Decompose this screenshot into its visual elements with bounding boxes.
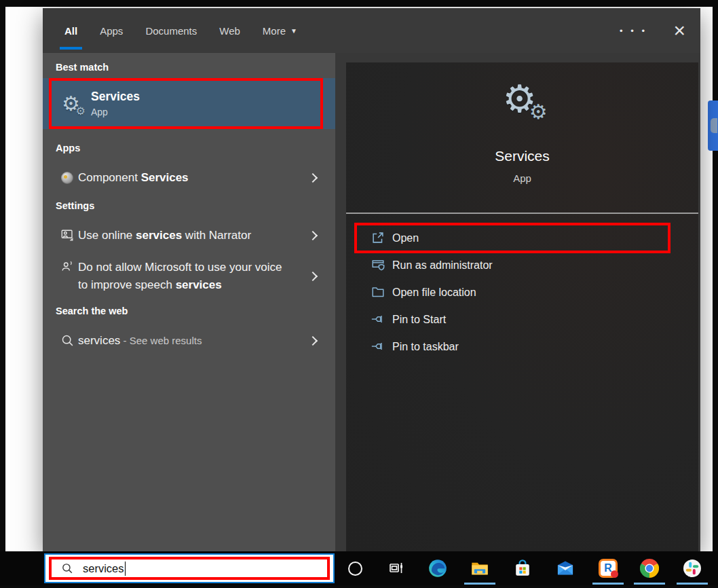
tab-more[interactable]: More ▼ bbox=[263, 8, 297, 53]
running-indicator-rambox bbox=[592, 583, 624, 585]
start-search-window: All Apps Documents Web More ▼ • • • × Be… bbox=[43, 8, 700, 551]
result-component-services[interactable]: Component Services bbox=[43, 163, 335, 193]
slack-icon[interactable] bbox=[683, 559, 702, 578]
task-view-icon[interactable] bbox=[387, 559, 406, 578]
app-title: Services bbox=[346, 148, 698, 164]
search-input-value[interactable]: services bbox=[83, 562, 124, 575]
search-filter-tabbar: All Apps Documents Web More ▼ bbox=[43, 8, 700, 53]
more-options-icon[interactable]: • • • bbox=[620, 8, 647, 53]
preview-panel: ⚙⚙ Services App Open bbox=[346, 62, 698, 551]
best-match-title: Services bbox=[91, 90, 140, 104]
close-icon[interactable]: × bbox=[673, 8, 685, 53]
result-speech-setting[interactable]: Do not allow Microsoft to use your voice… bbox=[43, 257, 335, 296]
open-icon bbox=[371, 230, 387, 246]
search-icon bbox=[60, 333, 75, 348]
preview-pane-gutter: ⚙⚙ Services App Open bbox=[335, 53, 700, 551]
file-explorer-icon[interactable] bbox=[470, 559, 489, 578]
app-hero-section: ⚙⚙ Services App bbox=[346, 62, 698, 214]
services-gear-icon-large: ⚙⚙ bbox=[502, 80, 536, 118]
search-icon bbox=[61, 562, 74, 575]
speech-person-icon bbox=[60, 259, 75, 274]
pin-icon bbox=[371, 312, 387, 328]
action-open[interactable]: Open bbox=[346, 225, 698, 252]
result-web-search[interactable]: services - See web results bbox=[43, 326, 335, 356]
chrome-icon[interactable] bbox=[640, 559, 659, 578]
tab-apps[interactable]: Apps bbox=[100, 8, 123, 53]
component-services-icon bbox=[61, 172, 73, 184]
search-results-pane: Best match ⚙⚙ Services App Apps Componen… bbox=[43, 53, 335, 551]
caret-down-icon: ▼ bbox=[290, 27, 297, 35]
tab-all[interactable]: All bbox=[64, 8, 77, 53]
apps-header: Apps bbox=[56, 143, 80, 153]
action-open-file-location[interactable]: Open file location bbox=[346, 279, 698, 306]
result-narrator-setting[interactable]: Use online services with Narrator bbox=[43, 221, 335, 251]
notification-badge bbox=[611, 570, 618, 578]
search-the-web-header: Search the web bbox=[56, 306, 128, 316]
settings-header: Settings bbox=[56, 200, 94, 211]
desktop-partial-window-content bbox=[711, 118, 717, 133]
annotation-box-search: services bbox=[49, 557, 330, 580]
taskbar: services bbox=[0, 551, 718, 585]
chevron-right-icon bbox=[308, 173, 318, 183]
pin-icon bbox=[371, 339, 387, 355]
best-match-header: Best match bbox=[56, 62, 109, 73]
folder-icon bbox=[371, 284, 387, 301]
tab-documents[interactable]: Documents bbox=[145, 8, 197, 53]
admin-shield-icon bbox=[371, 257, 387, 274]
best-match-subtitle: App bbox=[91, 107, 140, 117]
microsoft-store-icon[interactable] bbox=[513, 559, 532, 578]
action-pin-to-taskbar[interactable]: Pin to taskbar bbox=[346, 333, 698, 361]
app-subtitle: App bbox=[346, 172, 698, 184]
chevron-right-icon bbox=[308, 272, 318, 281]
text-cursor bbox=[125, 562, 126, 576]
narrator-monitor-icon bbox=[60, 228, 75, 243]
running-indicator-slack bbox=[677, 583, 708, 585]
running-indicator-file-explorer bbox=[464, 583, 495, 585]
best-match-item-services[interactable]: ⚙⚙ Services App bbox=[43, 78, 335, 129]
mail-icon[interactable] bbox=[556, 559, 575, 578]
taskbar-search-field[interactable]: services bbox=[44, 553, 335, 583]
services-gear-icon: ⚙⚙ bbox=[62, 94, 80, 114]
action-pin-to-start[interactable]: Pin to Start bbox=[346, 306, 698, 333]
chevron-right-icon bbox=[308, 336, 318, 346]
running-indicator-chrome bbox=[634, 583, 665, 585]
edge-browser-icon[interactable] bbox=[428, 559, 447, 578]
tab-web[interactable]: Web bbox=[219, 8, 240, 53]
rambox-icon[interactable]: R bbox=[599, 559, 618, 578]
desktop-partial-window bbox=[708, 100, 718, 151]
cortana-icon[interactable] bbox=[348, 562, 362, 576]
chevron-right-icon bbox=[308, 231, 318, 240]
action-run-as-administrator[interactable]: Run as administrator bbox=[346, 252, 698, 279]
